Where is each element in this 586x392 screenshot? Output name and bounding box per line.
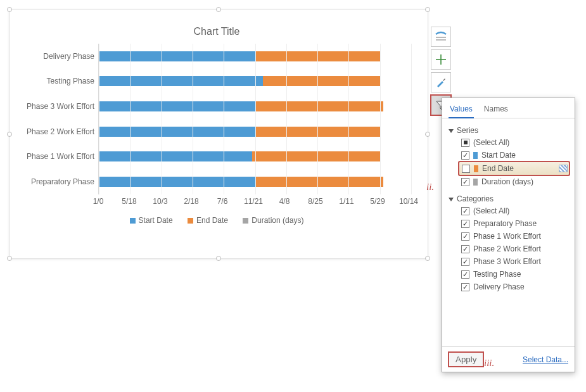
tab-values[interactable]: Values bbox=[449, 102, 474, 118]
gridline bbox=[99, 44, 99, 194]
checkbox-mixed-icon[interactable] bbox=[461, 139, 469, 147]
filter-tabs: Values Names bbox=[442, 98, 575, 118]
plot-area[interactable]: Delivery Phase Testing Phase Phase 3 Wor… bbox=[22, 44, 411, 194]
legend[interactable]: Start Date End Date Duration (days) bbox=[22, 216, 411, 225]
gridline bbox=[224, 44, 224, 194]
chart-elements-button[interactable] bbox=[431, 49, 451, 70]
y-tick: Phase 2 Work Effort bbox=[22, 127, 94, 136]
legend-item: Duration (days) bbox=[243, 216, 303, 225]
row-label: Phase 3 Work Effort bbox=[473, 257, 541, 266]
y-tick: Preparatory Phase bbox=[22, 177, 94, 186]
gridline bbox=[162, 44, 162, 194]
handle-s[interactable] bbox=[216, 256, 221, 261]
y-tick: Delivery Phase bbox=[22, 52, 94, 61]
handle-w[interactable] bbox=[7, 132, 12, 137]
annotation-iii: iii. bbox=[484, 358, 494, 369]
series-swatch-icon bbox=[473, 179, 478, 186]
checkbox-icon[interactable] bbox=[461, 232, 469, 241]
chart-filter-popup: Values Names Series (Select All) Start D… bbox=[442, 98, 575, 372]
gridline bbox=[380, 44, 381, 194]
bar-segment[interactable] bbox=[255, 101, 383, 111]
gridline bbox=[193, 44, 193, 194]
bar-segment[interactable] bbox=[255, 177, 383, 187]
checkbox-icon[interactable] bbox=[461, 270, 469, 279]
row-label: Testing Phase bbox=[473, 270, 521, 279]
checkbox-icon[interactable] bbox=[461, 245, 469, 253]
row-label: Delivery Phase bbox=[473, 282, 525, 291]
handle-se[interactable] bbox=[425, 256, 430, 261]
category-item[interactable]: Testing Phase bbox=[449, 268, 570, 281]
series-item-end-date[interactable]: End Date bbox=[459, 161, 570, 175]
x-tick: 8/25 bbox=[308, 197, 322, 206]
handle-n[interactable] bbox=[216, 7, 221, 12]
category-item[interactable]: Phase 3 Work Effort bbox=[449, 255, 570, 268]
category-item[interactable]: Phase 1 Work Effort bbox=[449, 230, 570, 243]
bar-segment[interactable] bbox=[99, 101, 255, 111]
disclosure-triangle-icon bbox=[449, 198, 454, 201]
series-item-duration[interactable]: Duration (days) bbox=[449, 175, 570, 188]
apply-button[interactable]: Apply bbox=[449, 352, 483, 367]
category-item[interactable]: Preparatory Phase bbox=[449, 217, 570, 230]
legend-label: Start Date bbox=[139, 216, 173, 225]
bar-segment[interactable] bbox=[99, 51, 255, 61]
group-label: Series bbox=[457, 126, 478, 135]
chart-styles-button[interactable] bbox=[431, 27, 451, 47]
category-item[interactable]: (Select All) bbox=[449, 205, 570, 217]
legend-label: End Date bbox=[196, 216, 228, 225]
bar-segment[interactable] bbox=[99, 177, 255, 187]
legend-swatch-icon bbox=[243, 218, 248, 224]
y-tick: Phase 1 Work Effort bbox=[22, 152, 94, 161]
annotation-ii: ii. bbox=[426, 182, 434, 193]
chart-format-button[interactable] bbox=[431, 72, 451, 92]
x-tick: 2/18 bbox=[184, 197, 198, 206]
x-tick: 5/29 bbox=[370, 197, 385, 206]
tab-names[interactable]: Names bbox=[483, 102, 509, 118]
x-axis-labels: 1/05/1810/32/187/611/214/88/251/115/2910… bbox=[98, 197, 411, 207]
checkbox-icon[interactable] bbox=[461, 258, 469, 266]
checkbox-icon[interactable] bbox=[461, 151, 469, 160]
handle-nw[interactable] bbox=[7, 7, 12, 12]
series-select-all[interactable]: (Select All) bbox=[449, 136, 570, 149]
bar-segment[interactable] bbox=[99, 127, 255, 137]
y-tick: Testing Phase bbox=[22, 77, 94, 85]
checkbox-icon[interactable] bbox=[461, 283, 469, 291]
chart-title[interactable]: Chart Title bbox=[22, 26, 411, 37]
series-swatch-icon bbox=[474, 165, 478, 172]
handle-sw[interactable] bbox=[7, 256, 12, 261]
group-series[interactable]: Series bbox=[449, 126, 570, 135]
category-item[interactable]: Phase 2 Work Effort bbox=[449, 243, 570, 255]
row-label: End Date bbox=[482, 164, 514, 173]
checkbox-icon[interactable] bbox=[461, 178, 469, 186]
checkbox-icon[interactable] bbox=[461, 207, 469, 215]
handle-ne[interactable] bbox=[425, 7, 430, 12]
row-label: (Select All) bbox=[473, 138, 509, 147]
row-label: Start Date bbox=[481, 151, 516, 160]
row-label: Phase 1 Work Effort bbox=[473, 232, 541, 241]
category-item[interactable]: Delivery Phase bbox=[449, 281, 570, 293]
filter-tree: Series (Select All) Start Date End Date … bbox=[442, 118, 575, 346]
x-tick: 4/8 bbox=[279, 197, 290, 206]
x-tick: 1/11 bbox=[339, 197, 354, 206]
bar-segment[interactable] bbox=[99, 76, 263, 86]
row-label: (Select All) bbox=[473, 206, 509, 215]
group-label: Categories bbox=[457, 194, 494, 203]
chart-container: Chart Title Delivery Phase Testing Phase… bbox=[9, 9, 428, 259]
bar-segment[interactable] bbox=[99, 151, 252, 161]
gridline bbox=[411, 44, 412, 194]
bar-segment[interactable] bbox=[252, 151, 380, 161]
row-label: Phase 2 Work Effort bbox=[473, 244, 541, 253]
legend-item: End Date bbox=[188, 216, 228, 225]
x-tick: 5/18 bbox=[122, 197, 136, 206]
series-item-start-date[interactable]: Start Date bbox=[449, 149, 570, 161]
legend-swatch-icon bbox=[130, 218, 136, 224]
checkbox-icon[interactable] bbox=[462, 165, 470, 173]
checkbox-icon[interactable] bbox=[461, 220, 469, 228]
series-thumbnail-icon bbox=[559, 165, 568, 172]
select-data-link[interactable]: Select Data... bbox=[523, 355, 568, 364]
gridline bbox=[348, 44, 349, 194]
group-categories[interactable]: Categories bbox=[449, 194, 570, 203]
x-tick: 11/21 bbox=[244, 197, 263, 206]
legend-swatch-icon bbox=[188, 218, 193, 224]
bar-segment[interactable] bbox=[263, 76, 380, 86]
handle-e[interactable] bbox=[425, 132, 430, 137]
